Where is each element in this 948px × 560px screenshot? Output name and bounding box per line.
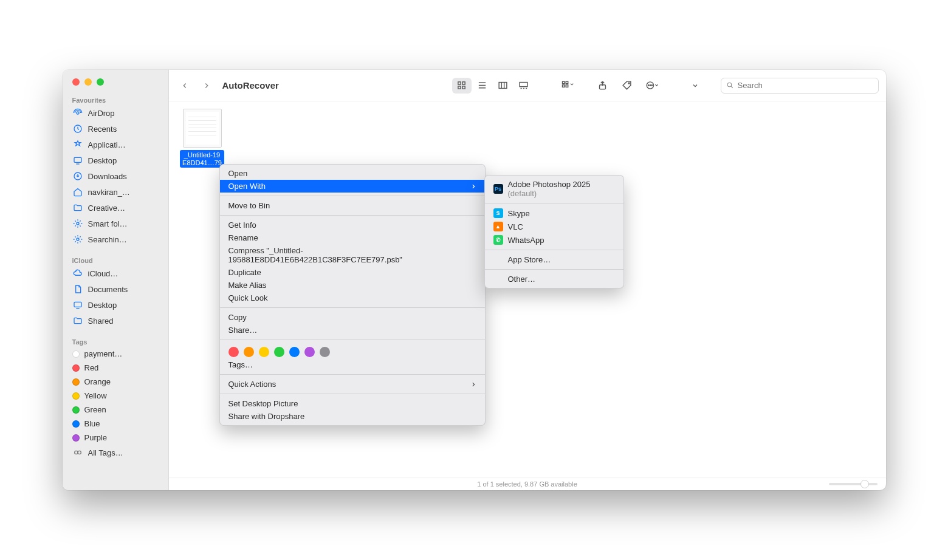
sidebar-item-iclouddrive[interactable]: iCloud… <box>63 265 168 281</box>
sidebar-item-label: iCloud… <box>88 269 118 278</box>
ctx-quick-actions[interactable]: Quick Actions <box>220 378 485 391</box>
submenu-app-vlc[interactable]: ▲ VLC <box>485 220 623 233</box>
ctx-tag-yellow[interactable] <box>259 347 269 357</box>
sidebar-item-label: Smart fol… <box>88 219 128 228</box>
sidebar-tag-orange[interactable]: Orange <box>63 375 168 389</box>
submenu-app-store[interactable]: App Store… <box>485 253 623 266</box>
ctx-quick-look[interactable]: Quick Look <box>220 292 485 304</box>
sidebar-item-smartfolder[interactable]: Smart fol… <box>63 216 168 231</box>
sidebar-item-label: Yellow <box>84 391 107 400</box>
search-field[interactable] <box>721 78 879 94</box>
ctx-tags[interactable]: Tags… <box>220 358 485 371</box>
svg-point-5 <box>77 238 79 241</box>
share-button[interactable] <box>593 78 613 94</box>
sidebar-tag-purple[interactable]: Purple <box>63 431 168 445</box>
ctx-tag-grey[interactable] <box>320 347 330 357</box>
view-icons-button[interactable] <box>452 78 472 94</box>
context-menu: Open Open With Move to Bin Get Info Rena… <box>219 164 486 426</box>
sidebar-tag-payment[interactable]: payment… <box>63 347 168 361</box>
ctx-separator <box>220 215 485 216</box>
sidebar-tag-yellow[interactable]: Yellow <box>63 389 168 403</box>
ctx-share-dropshare[interactable]: Share with Dropshare <box>220 410 485 423</box>
action-menu-button[interactable] <box>642 78 661 94</box>
ctx-tag-red[interactable] <box>228 347 239 357</box>
submenu-app-label: Other… <box>508 275 536 284</box>
submenu-default-app[interactable]: Ps Adobe Photoshop 2025 (default) <box>485 178 623 200</box>
sidebar-item-home[interactable]: navkiran_… <box>63 184 168 200</box>
sidebar-item-creative[interactable]: Creative… <box>63 200 168 216</box>
ctx-open-with[interactable]: Open With <box>220 180 485 193</box>
ctx-copy[interactable]: Copy <box>220 311 485 324</box>
search-input[interactable] <box>738 81 873 90</box>
sidebar-tag-blue[interactable]: Blue <box>63 417 168 431</box>
extra-menu-button[interactable] <box>685 78 705 94</box>
ctx-duplicate[interactable]: Duplicate <box>220 266 485 279</box>
gear-icon <box>72 234 83 245</box>
sidebar-item-alltags[interactable]: All Tags… <box>63 445 168 460</box>
close-window-button[interactable] <box>72 78 80 86</box>
ctx-open[interactable]: Open <box>220 167 485 180</box>
sidebar-item-desktop[interactable]: Desktop <box>63 152 168 168</box>
ctx-move-to-bin[interactable]: Move to Bin <box>220 199 485 212</box>
view-columns-button[interactable] <box>493 78 513 94</box>
svg-point-25 <box>727 83 732 87</box>
desktop-icon <box>72 155 83 166</box>
ctx-tag-orange[interactable] <box>244 347 254 357</box>
back-button[interactable] <box>176 77 193 94</box>
file-name-line1: _Untitled-19 <box>184 151 220 159</box>
ctx-share[interactable]: Share… <box>220 324 485 336</box>
svg-point-23 <box>650 85 650 86</box>
fullscreen-window-button[interactable] <box>97 78 104 86</box>
sidebar-item-recents[interactable]: Recents <box>63 121 168 137</box>
ctx-separator <box>220 340 485 340</box>
view-switcher <box>452 78 534 94</box>
sidebar-item-airdrop[interactable]: AirDrop <box>63 105 168 121</box>
sidebar-item-applications[interactable]: Applicati… <box>63 137 168 152</box>
sidebar-item-downloads[interactable]: Downloads <box>63 168 168 184</box>
ctx-rename[interactable]: Rename <box>220 231 485 244</box>
sidebar-tag-green[interactable]: Green <box>63 403 168 417</box>
sidebar-item-label: Blue <box>84 419 100 428</box>
submenu-app-whatsapp[interactable]: ✆ WhatsApp <box>485 233 623 247</box>
toolbar: AutoRecover <box>169 70 886 101</box>
sidebar-item-label: Red <box>84 363 99 372</box>
desktop-icon <box>72 299 83 310</box>
submenu-app-label: WhatsApp <box>508 236 544 245</box>
minimize-window-button[interactable] <box>84 78 92 86</box>
ctx-get-info[interactable]: Get Info <box>220 219 485 231</box>
folder-icon <box>72 202 83 213</box>
status-text: 1 of 1 selected, 9.87 GB available <box>477 480 577 488</box>
sidebar-item-label: Creative… <box>88 203 125 213</box>
sidebar-item-label: Green <box>84 405 106 414</box>
forward-button[interactable] <box>198 77 215 94</box>
file-item[interactable]: _Untitled-19 E8DD41…79 <box>180 109 225 168</box>
doc-icon <box>72 284 83 295</box>
submenu-app-skype[interactable]: S Skype <box>485 207 623 220</box>
ctx-compress[interactable]: Compress "_Untitled-195881E8DD41E6B422B1… <box>220 244 485 266</box>
zoom-slider[interactable] <box>829 483 878 485</box>
sidebar-tag-red[interactable]: Red <box>63 361 168 375</box>
ctx-set-desktop-picture[interactable]: Set Desktop Picture <box>220 397 485 410</box>
whatsapp-icon: ✆ <box>493 235 503 245</box>
sidebar-group-favourites: Favourites <box>63 94 168 105</box>
traffic-lights <box>63 76 168 94</box>
svg-point-22 <box>648 85 648 86</box>
view-list-button[interactable] <box>473 78 492 94</box>
ctx-tag-green[interactable] <box>274 347 284 357</box>
ctx-make-alias[interactable]: Make Alias <box>220 279 485 292</box>
group-by-button[interactable] <box>558 78 577 94</box>
svg-rect-14 <box>520 83 527 87</box>
sidebar-item-shared[interactable]: Shared <box>63 313 168 329</box>
sidebar-item-label: Searchin… <box>88 235 127 244</box>
submenu-other[interactable]: Other… <box>485 273 623 285</box>
ctx-tag-purple[interactable] <box>304 347 315 357</box>
sidebar-item-documents[interactable]: Documents <box>63 281 168 297</box>
sidebar-item-icloud-desktop[interactable]: Desktop <box>63 297 168 313</box>
sidebar-group-tags: Tags <box>63 336 168 347</box>
ctx-tag-blue[interactable] <box>289 347 300 357</box>
zoom-knob[interactable] <box>860 480 869 488</box>
sidebar-item-searching[interactable]: Searchin… <box>63 231 168 247</box>
sidebar-item-label: navkiran_… <box>88 188 130 197</box>
view-gallery-button[interactable] <box>514 78 534 94</box>
tags-button[interactable] <box>617 78 637 94</box>
